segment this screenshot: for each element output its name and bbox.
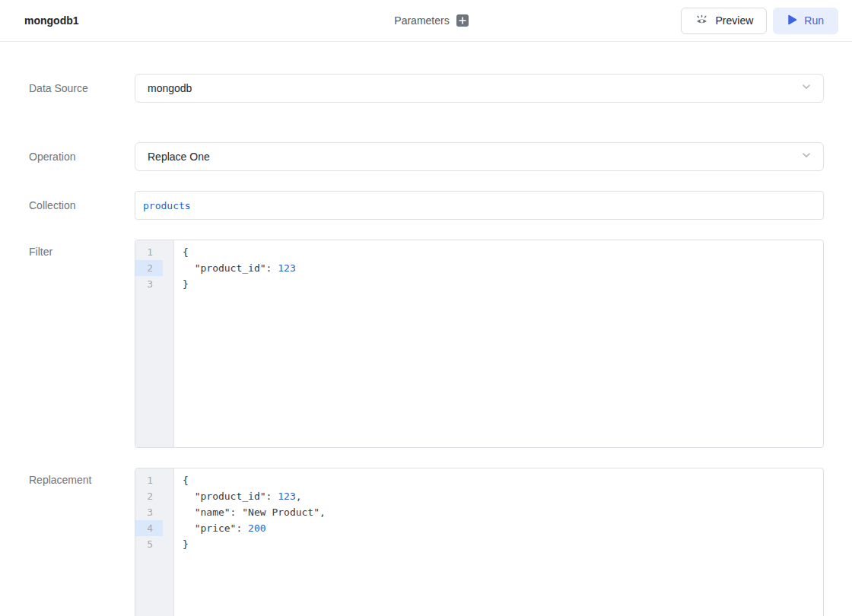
code-line: { [183,244,823,260]
code-line: "product_id": 123 [183,260,823,276]
data-source-label: Data Source [29,82,135,94]
run-button[interactable]: Run [773,8,838,34]
line-number: 5 [135,536,163,552]
line-number: 3 [135,276,163,292]
code-line: "product_id": 123, [183,488,823,504]
code-line: "name": "New Product", [183,504,823,520]
chevron-down-icon [800,149,812,164]
collection-label: Collection [29,199,135,211]
chevron-down-icon [800,81,812,96]
code-line: } [183,536,823,552]
code-line: { [183,472,823,488]
data-source-row: Data Source mongodb [29,74,852,103]
replacement-row: Replacement 12345 { "product_id": 123, "… [29,468,852,616]
add-parameter-button[interactable] [456,14,469,27]
replacement-label: Replacement [29,468,135,616]
line-number: 2 [135,488,163,504]
line-number-gutter: 123 [135,240,174,447]
parameters-section: Parameters [394,14,468,27]
query-title: mongodb1 [24,14,394,27]
code-area[interactable]: { "product_id": 123} [175,240,823,292]
line-number: 1 [135,244,163,260]
query-form: Data Source mongodb Operation Replace On… [0,42,852,616]
preview-button-label: Preview [716,14,754,27]
query-editor-topbar: mongodb1 Parameters Previe [0,0,852,42]
line-number: 3 [135,504,163,520]
eye-icon [695,14,709,28]
data-source-value: mongodb [148,82,800,94]
play-icon [787,14,797,27]
line-number: 1 [135,472,163,488]
filter-row: Filter 123 { "product_id": 123} [29,240,852,448]
plus-icon [459,14,466,27]
run-button-label: Run [804,14,824,27]
replacement-code-editor[interactable]: 12345 { "product_id": 123, "name": "New … [135,468,824,616]
collection-value: products [143,200,191,211]
line-number: 4 [135,520,163,536]
code-line: } [183,276,823,292]
code-area[interactable]: { "product_id": 123, "name": "New Produc… [175,468,823,552]
line-number-gutter: 12345 [135,468,174,616]
code-line: "price": 200 [183,520,823,536]
data-source-select[interactable]: mongodb [135,74,824,103]
preview-button[interactable]: Preview [681,8,768,34]
operation-select[interactable]: Replace One [135,142,824,171]
collection-input[interactable]: products [135,191,824,220]
operation-label: Operation [29,151,135,163]
topbar-actions: Preview Run [469,8,838,34]
operation-row: Operation Replace One [29,142,852,171]
collection-row: Collection products [29,191,852,220]
line-number: 2 [135,260,163,276]
filter-label: Filter [29,240,135,448]
parameters-label: Parameters [394,14,449,27]
operation-value: Replace One [148,151,800,163]
filter-code-editor[interactable]: 123 { "product_id": 123} [135,240,824,448]
